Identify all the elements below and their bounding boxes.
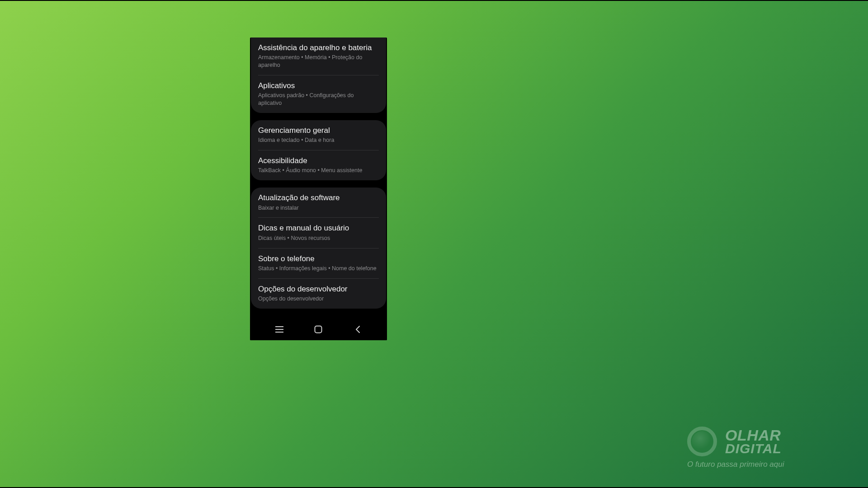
settings-item-title: Dicas e manual do usuário [258,223,379,233]
settings-item-subtitle: Status • Informações legais • Nome do te… [258,265,379,272]
settings-item-accessibility[interactable]: Acessibilidade TalkBack • Áudio mono • M… [258,150,379,180]
settings-item-subtitle: Idioma e teclado • Data e hora [258,136,379,144]
settings-item-title: Acessibilidade [258,156,379,165]
settings-item-subtitle: Dicas úteis • Novos recursos [258,235,379,242]
olhar-digital-logo-icon [687,427,717,456]
settings-item-title: Opções do desenvolvedor [258,284,379,294]
watermark-line1: OLHAR [725,428,782,442]
settings-list[interactable]: Assistência do aparelho e bateria Armaze… [250,38,387,319]
settings-item-title: Sobre o telefone [258,254,379,263]
gradient-background [0,0,868,488]
svg-rect-2 [275,332,283,333]
settings-item-tips[interactable]: Dicas e manual do usuário Dicas úteis • … [258,217,379,248]
settings-group: Gerenciamento geral Idioma e teclado • D… [251,120,386,180]
letterbox-top [0,0,868,1]
slide-frame: Assistência do aparelho e bateria Armaze… [0,0,868,488]
settings-item-title: Atualização de software [258,193,379,202]
home-icon [314,325,322,333]
settings-item-subtitle: Baixar e instalar [258,204,379,212]
settings-item-apps[interactable]: Aplicativos Aplicativos padrão • Configu… [258,75,379,113]
olhar-digital-watermark: OLHAR DIGITAL O futuro passa primeiro aq… [687,427,841,469]
settings-item-general[interactable]: Gerenciamento geral Idioma e teclado • D… [258,120,379,150]
svg-rect-3 [315,326,322,333]
settings-item-subtitle: Opções do desenvolvedor [258,295,379,303]
settings-item-software-update[interactable]: Atualização de software Baixar e instala… [258,188,379,217]
back-icon [354,325,361,333]
watermark-tagline: O futuro passa primeiro aqui [687,460,841,469]
svg-rect-0 [275,326,283,327]
settings-item-subtitle: Aplicativos padrão • Configurações do ap… [258,92,379,107]
settings-item-developer-options[interactable]: Opções do desenvolvedor Opções do desenv… [258,278,379,309]
settings-item-about-phone[interactable]: Sobre o telefone Status • Informações le… [258,248,379,278]
settings-item-title: Aplicativos [258,81,379,90]
settings-group: Assistência do aparelho e bateria Armaze… [251,38,386,113]
settings-group: Atualização de software Baixar e instala… [251,188,386,309]
nav-home-button[interactable] [309,320,328,339]
settings-item-title: Gerenciamento geral [258,126,379,135]
nav-recents-button[interactable] [270,320,289,339]
phone-settings-screenshot: Assistência do aparelho e bateria Armaze… [250,38,387,340]
settings-item-device-care[interactable]: Assistência do aparelho e bateria Armaze… [258,38,379,75]
watermark-line2: DIGITAL [725,442,782,455]
android-navbar [250,319,387,340]
olhar-digital-wordmark: OLHAR DIGITAL [725,428,782,455]
recents-icon [275,326,283,333]
svg-rect-1 [275,329,283,330]
nav-back-button[interactable] [348,320,367,339]
settings-item-subtitle: Armazenamento • Memória • Proteção do ap… [258,54,379,69]
settings-item-title: Assistência do aparelho e bateria [258,43,379,52]
settings-item-subtitle: TalkBack • Áudio mono • Menu assistente [258,167,379,174]
